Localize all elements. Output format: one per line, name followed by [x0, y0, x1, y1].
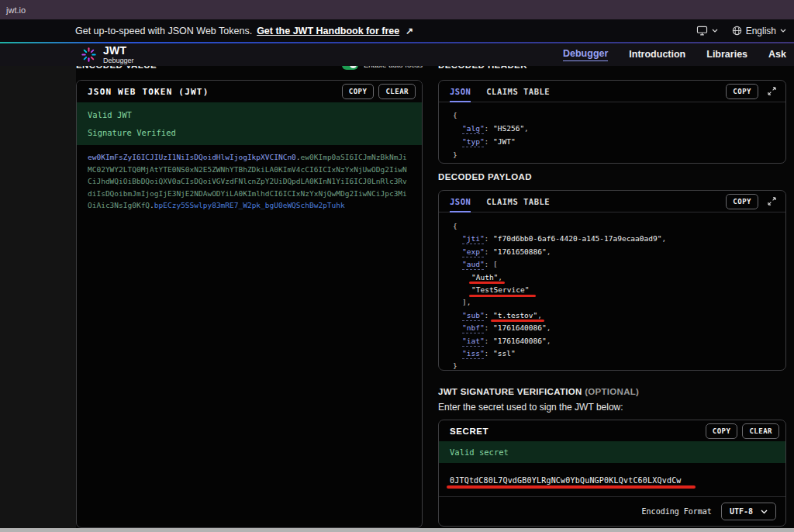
main-nav: JWT Debugger Debugger Introduction Libra…	[0, 43, 794, 66]
external-link-icon[interactable]: ↗	[406, 26, 413, 36]
nav-link-debugger[interactable]: Debugger	[563, 48, 608, 61]
window-titlebar: jwt.io	[0, 0, 794, 19]
tab-json[interactable]: JSON	[450, 81, 471, 102]
decoded-payload-panel: JSON CLAIMS TABLE COPY {"jti": "f70d6bb0…	[438, 190, 786, 371]
auto-focus-label: Enable auto focus	[364, 66, 423, 69]
banner-text: Get up-to-speed with JSON Web Tokens.	[75, 26, 252, 36]
secret-clear-button[interactable]: CLEAR	[742, 423, 779, 439]
nav-link-libraries[interactable]: Libraries	[706, 49, 747, 61]
expand-icon[interactable]	[768, 197, 776, 206]
status-valid-jwt: Valid JWT	[88, 110, 411, 119]
site-title: jwt.io	[6, 5, 26, 15]
nav-link-introduction[interactable]: Introduction	[629, 49, 685, 61]
encoding-format-value: UTF-8	[730, 507, 753, 516]
header-json-content[interactable]: {"alg": "HS256","typ": "JWT"}	[439, 102, 785, 161]
token-signature-segment: bpECzy5SSwlpy83mRE7_W2pk_bgU0eWQSchBw2pT…	[154, 201, 345, 209]
encoded-section-label: ENCODED VALUE	[76, 66, 157, 71]
chevron-down-icon	[761, 510, 768, 514]
tab-claims-table[interactable]: CLAIMS TABLE	[486, 191, 550, 212]
nav-link-ask[interactable]: Ask	[768, 49, 786, 61]
secret-value: 0JTQtdC80L7QvdGB0YLRgNCw0YbQuNGP0KLQvtC6…	[450, 476, 682, 485]
promo-banner: Get up-to-speed with JSON Web Tokens. Ge…	[0, 19, 794, 42]
secret-input[interactable]: 0JTQtdC80L7QvdGB0YLRgNCw0YbQuNGP0KLQvtC6…	[439, 463, 785, 496]
decoded-payload-label: DECODED PAYLOAD	[438, 172, 786, 183]
payload-copy-button[interactable]: COPY	[726, 194, 758, 209]
secret-copy-button[interactable]: COPY	[706, 423, 738, 439]
token-header-segment: ew0KImFsZyI6ICJIUzI1NiIsDQoidHlwIjogIkpX…	[88, 153, 296, 161]
secret-status-banner: Valid secret	[439, 441, 785, 463]
status-valid-secret: Valid secret	[450, 447, 509, 457]
language-menu[interactable]: English	[732, 26, 786, 36]
left-gutter	[0, 66, 76, 528]
brand[interactable]: JWT Debugger	[81, 45, 134, 64]
tab-claims-table[interactable]: CLAIMS TABLE	[486, 81, 550, 102]
chevron-down-icon	[712, 29, 718, 33]
jwt-clear-button[interactable]: CLEAR	[378, 84, 416, 99]
expand-icon[interactable]	[768, 87, 776, 95]
secret-instruction: Enter the secret used to sign the JWT be…	[438, 402, 786, 413]
debugger-main: ENCODED VALUE Enable auto focus JSON WEB…	[0, 66, 794, 528]
chevron-down-icon	[780, 29, 786, 33]
status-signature-verified: Signature Verified	[88, 128, 411, 137]
jwt-token-editor[interactable]: ew0KImFsZyI6ICJIUzI1NiIsDQoidHlwIjogIkpX…	[77, 145, 422, 528]
signature-verification-label: JWT SIGNATURE VERIFICATION (OPTIONAL)	[438, 387, 786, 398]
jwt-logo-icon	[81, 47, 97, 63]
payload-json-content[interactable]: {"jti": "f70d6bb0-6af6-4420-a145-17a9eca…	[439, 212, 785, 371]
bottom-edge	[0, 528, 794, 532]
handbook-link[interactable]: Get the JWT Handbook for free	[257, 26, 399, 36]
decoded-header-panel: JSON CLAIMS TABLE COPY {"alg": "HS256","…	[438, 80, 786, 164]
jwt-panel: JSON WEB TOKEN (JWT) COPY CLEAR Valid JW…	[76, 80, 423, 528]
encoding-format-label: Encoding Format	[642, 507, 712, 516]
encoding-format-select[interactable]: UTF-8	[721, 503, 776, 520]
auto-focus-toggle[interactable]	[342, 66, 358, 70]
globe-icon	[732, 26, 742, 36]
tab-json[interactable]: JSON	[450, 191, 471, 212]
jwt-panel-title: JSON WEB TOKEN (JWT)	[88, 87, 209, 97]
monitor-icon	[696, 26, 708, 36]
brand-title: JWT	[103, 45, 134, 56]
header-copy-button[interactable]: COPY	[726, 84, 758, 99]
display-mode-menu[interactable]	[696, 26, 718, 36]
brand-subtitle: Debugger	[103, 57, 134, 64]
language-label: English	[746, 26, 776, 36]
decoded-header-label: DECODED HEADER	[438, 66, 786, 71]
toggle-knob	[350, 66, 357, 68]
secret-panel-title: SECRET	[450, 427, 488, 436]
secret-panel: SECRET COPY CLEAR Valid secret 0JTQtdC80…	[438, 420, 786, 527]
jwt-copy-button[interactable]: COPY	[342, 84, 375, 99]
optional-label: (OPTIONAL)	[585, 387, 639, 396]
jwt-status-banner: Valid JWT Signature Verified	[77, 102, 422, 145]
